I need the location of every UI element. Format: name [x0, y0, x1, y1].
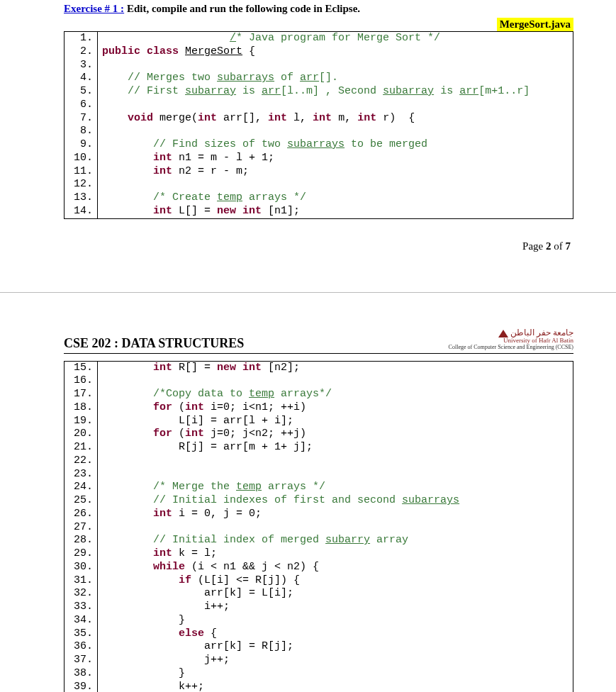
- line-number: 19.: [65, 415, 98, 428]
- code-line: k++;: [98, 681, 573, 692]
- code-line: int n2 = r - m;: [98, 165, 573, 179]
- code-block-1: 1. /* Java program for Merge Sort */2.pu…: [64, 31, 573, 219]
- line-number: 23.: [65, 468, 98, 481]
- university-block: جامعة حفر الباطن University of Hafr Al B…: [449, 328, 573, 351]
- line-number: 15.: [65, 361, 98, 374]
- code-line: // Initial index of merged subarry array: [98, 534, 573, 547]
- line-number: 31.: [65, 574, 98, 588]
- code-line: // Initial indexes of first and second s…: [98, 494, 573, 508]
- line-number: 6.: [65, 99, 98, 112]
- code-line: [98, 374, 573, 388]
- line-number: 18.: [65, 401, 98, 415]
- code-line: L[i] = arr[l + i];: [98, 415, 573, 428]
- line-number: 24.: [65, 481, 98, 494]
- line-number: 25.: [65, 494, 98, 508]
- line-number: 14.: [65, 205, 98, 218]
- page-divider: [0, 292, 616, 293]
- code-line: /* Java program for Merge Sort */: [98, 32, 573, 45]
- code-line: [98, 99, 573, 112]
- page-number: Page 2 of 7: [64, 240, 573, 252]
- code-line: int L[] = new int [n1];: [98, 205, 573, 218]
- code-line: if (L[i] <= R[j]) {: [98, 574, 573, 588]
- line-number: 10.: [65, 152, 98, 165]
- code-line: [98, 454, 573, 468]
- code-line: [98, 468, 573, 481]
- code-line: [98, 59, 573, 72]
- line-number: 38.: [65, 667, 98, 681]
- code-line: // Find sizes of two subarrays to be mer…: [98, 138, 573, 152]
- filename-highlight: MergeSort.java: [497, 18, 573, 31]
- code-line: [98, 178, 573, 191]
- page-header: CSE 202 : DATA STRUCTURES جامعة حفر البا…: [64, 328, 573, 354]
- exercise-label: Exercise # 1 :: [64, 3, 124, 14]
- line-number: 2.: [65, 45, 98, 59]
- code-line: arr[k] = R[j];: [98, 640, 573, 654]
- code-line: // Merges two subarrays of arr[].: [98, 72, 573, 85]
- line-number: 9.: [65, 138, 98, 152]
- exercise-instruction: Edit, compile and run the following code…: [124, 3, 360, 14]
- college-name: College of Computer Science and Engineer…: [449, 345, 573, 351]
- university-name-ar: جامعة حفر الباطن: [510, 328, 573, 337]
- line-number: 28.: [65, 534, 98, 547]
- line-number: 21.: [65, 441, 98, 454]
- line-number: 33.: [65, 601, 98, 614]
- code-line: j++;: [98, 654, 573, 667]
- code-line: R[j] = arr[m + 1+ j];: [98, 441, 573, 454]
- line-number: 27.: [65, 521, 98, 535]
- code-line: [98, 521, 573, 535]
- code-line: for (int j=0; j<n2; ++j): [98, 428, 573, 441]
- line-number: 4.: [65, 72, 98, 85]
- line-number: 12.: [65, 178, 98, 191]
- line-number: 7.: [65, 112, 98, 125]
- line-number: 39.: [65, 681, 98, 692]
- line-number: 34.: [65, 614, 98, 627]
- code-line: arr[k] = L[i];: [98, 587, 573, 601]
- filename-bar: MergeSort.java: [64, 18, 573, 31]
- line-number: 37.: [65, 654, 98, 667]
- code-line: int R[] = new int [n2];: [98, 361, 573, 374]
- line-number: 35.: [65, 627, 98, 641]
- line-number: 29.: [65, 547, 98, 561]
- code-line: int i = 0, j = 0;: [98, 508, 573, 521]
- code-line: }: [98, 667, 573, 681]
- code-line: int n1 = m - l + 1;: [98, 152, 573, 165]
- line-number: 17.: [65, 388, 98, 401]
- code-line: /* Create temp arrays */: [98, 191, 573, 205]
- code-line: while (i < n1 && j < n2) {: [98, 561, 573, 574]
- code-line: /* Merge the temp arrays */: [98, 481, 573, 494]
- line-number: 20.: [65, 428, 98, 441]
- code-line: }: [98, 614, 573, 627]
- line-number: 36.: [65, 640, 98, 654]
- line-number: 3.: [65, 59, 98, 72]
- line-number: 16.: [65, 374, 98, 388]
- exercise-heading: Exercise # 1 : Edit, compile and run the…: [64, 3, 573, 15]
- code-line: for (int i=0; i<n1; ++i): [98, 401, 573, 415]
- line-number: 32.: [65, 587, 98, 601]
- code-block-2: 15. int R[] = new int [n2];16.17. /*Copy…: [64, 361, 573, 692]
- code-line: else {: [98, 627, 573, 641]
- code-line: /*Copy data to temp arrays*/: [98, 388, 573, 401]
- line-number: 26.: [65, 508, 98, 521]
- code-line: public class MergeSort {: [98, 45, 573, 59]
- code-line: void merge(int arr[], int l, int m, int …: [98, 112, 573, 125]
- course-title: CSE 202 : DATA STRUCTURES: [64, 336, 244, 351]
- line-number: 30.: [65, 561, 98, 574]
- line-number: 1.: [65, 32, 98, 45]
- code-line: // First subarray is arr[l..m] , Second …: [98, 85, 573, 99]
- line-number: 13.: [65, 191, 98, 205]
- line-number: 8.: [65, 125, 98, 138]
- code-line: i++;: [98, 601, 573, 614]
- code-line: [98, 125, 573, 138]
- line-number: 22.: [65, 454, 98, 468]
- line-number: 5.: [65, 85, 98, 99]
- line-number: 11.: [65, 165, 98, 179]
- code-line: int k = l;: [98, 547, 573, 561]
